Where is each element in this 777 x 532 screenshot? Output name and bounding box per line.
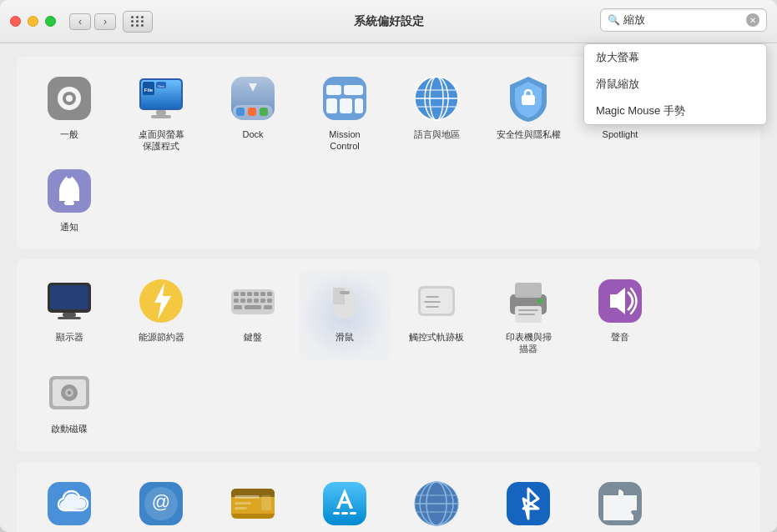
pref-energy[interactable]: 能源節約器 <box>115 269 207 362</box>
svg-rect-67 <box>421 289 452 314</box>
pref-general[interactable]: 一般 <box>23 67 115 159</box>
pref-extensions[interactable]: 延伸功能 <box>574 472 666 532</box>
pref-desktop[interactable]: File New 桌面與螢幕保護程式 <box>115 67 207 159</box>
svg-rect-91 <box>235 495 260 499</box>
svg-rect-50 <box>260 292 265 296</box>
startup-label: 啟動磁碟 <box>51 423 88 434</box>
svg-rect-52 <box>234 299 239 303</box>
svg-rect-97 <box>341 512 348 514</box>
mouse-icon <box>320 276 370 326</box>
mouse-label: 滑鼠 <box>336 331 354 343</box>
desktop-icon: File New <box>136 73 186 123</box>
window-title: 系統偏好設定 <box>354 14 424 29</box>
printer-icon <box>503 276 553 326</box>
pref-language[interactable]: 語言與地區 <box>391 67 482 159</box>
pref-icloud[interactable]: iCloud <box>23 472 115 532</box>
pref-internet[interactable]: @ Internet帳號 <box>115 472 207 532</box>
svg-point-3 <box>66 95 73 102</box>
close-button[interactable] <box>10 16 21 27</box>
traffic-lights <box>10 16 56 27</box>
svg-rect-92 <box>235 502 251 504</box>
spotlight-label: Spotlight <box>603 128 638 140</box>
svg-rect-15 <box>236 108 245 116</box>
dropdown-item-zoom-screen[interactable]: 放大螢幕 <box>584 44 766 71</box>
pref-trackpad[interactable]: 觸控式軌跡板 <box>391 269 482 362</box>
svg-rect-94 <box>261 495 271 510</box>
keyboard-icon <box>228 276 278 326</box>
extensions-icon <box>595 479 645 529</box>
pref-appstore[interactable]: App Store <box>299 472 391 532</box>
keyboard-label: 鍵盤 <box>244 331 262 343</box>
displays-label: 顯示器 <box>56 331 83 343</box>
svg-rect-48 <box>247 292 252 296</box>
section-2: 顯示器 能源節約器 <box>17 259 760 452</box>
mission-control-icon <box>320 73 370 123</box>
pref-notifications[interactable]: 通知 <box>23 159 115 239</box>
general-label: 一般 <box>60 128 78 140</box>
pref-wallet[interactable]: Wallet 與Apple Pay <box>207 472 299 532</box>
svg-rect-93 <box>235 507 247 509</box>
svg-rect-75 <box>518 314 535 315</box>
pref-dock[interactable]: Dock <box>207 67 299 159</box>
maximize-button[interactable] <box>45 16 56 27</box>
general-icon <box>44 73 94 123</box>
pref-displays[interactable]: 顯示器 <box>23 269 115 362</box>
svg-rect-19 <box>326 85 341 95</box>
search-box[interactable]: 🔍 縮放 ✕ <box>600 8 767 32</box>
minimize-button[interactable] <box>28 16 38 27</box>
pref-network[interactable]: 網路 <box>391 472 482 532</box>
notifications-icon <box>44 166 94 216</box>
dropdown-item-magic-mouse[interactable]: Magic Mouse 手勢 <box>584 98 766 124</box>
back-button[interactable]: ‹ <box>69 13 91 30</box>
svg-rect-21 <box>326 98 337 113</box>
svg-rect-12 <box>151 115 171 118</box>
svg-rect-57 <box>267 299 272 303</box>
pref-startup[interactable]: 啟動磁碟 <box>23 361 115 441</box>
energy-icon <box>136 276 186 326</box>
forward-icon: › <box>103 16 107 28</box>
search-container: 🔍 縮放 ✕ <box>600 8 767 32</box>
search-dropdown: 放大螢幕 滑鼠縮放 Magic Mouse 手勢 <box>583 43 767 125</box>
svg-rect-47 <box>240 292 245 296</box>
svg-rect-96 <box>333 512 340 514</box>
svg-rect-31 <box>522 95 535 105</box>
wallet-icon <box>228 479 278 529</box>
svg-rect-63 <box>333 288 344 304</box>
svg-rect-23 <box>355 98 363 113</box>
svg-rect-17 <box>260 108 268 116</box>
svg-rect-16 <box>248 108 256 116</box>
svg-rect-58 <box>234 305 242 309</box>
svg-rect-51 <box>267 292 272 296</box>
svg-rect-53 <box>240 299 245 303</box>
svg-rect-42 <box>63 313 76 317</box>
pref-bluetooth[interactable]: 藍牙 <box>482 472 574 532</box>
section-3: iCloud @ Internet帳號 <box>17 462 760 532</box>
dock-label: Dock <box>242 128 263 140</box>
pref-keyboard[interactable]: 鍵盤 <box>207 269 299 362</box>
svg-text:@: @ <box>152 491 170 512</box>
svg-rect-43 <box>58 317 81 319</box>
svg-rect-74 <box>518 309 538 311</box>
search-input[interactable]: 縮放 <box>623 13 746 28</box>
pref-security[interactable]: 安全性與隱私權 <box>482 67 574 159</box>
appstore-icon <box>320 479 370 529</box>
grid-view-button[interactable] <box>123 11 153 33</box>
security-label: 安全性與隱私權 <box>497 128 561 140</box>
pref-printer[interactable]: 印表機與掃描器 <box>482 269 574 362</box>
svg-rect-22 <box>340 98 352 113</box>
svg-text:File: File <box>144 88 154 93</box>
back-icon: ‹ <box>78 16 82 28</box>
svg-rect-49 <box>254 292 259 296</box>
internet-icon: @ <box>136 479 186 529</box>
svg-rect-55 <box>254 299 259 303</box>
pref-mouse[interactable]: 滑鼠 <box>299 269 391 362</box>
svg-rect-54 <box>247 299 252 303</box>
search-clear-button[interactable]: ✕ <box>746 13 759 27</box>
dropdown-item-scroll-zoom[interactable]: 滑鼠縮放 <box>584 71 766 98</box>
main-window: ‹ › 系統偏好設定 🔍 縮放 ✕ 放大螢幕 滑鼠縮放 Magic Mouse <box>0 0 777 532</box>
forward-button[interactable]: › <box>94 13 116 30</box>
pref-sound[interactable]: 聲音 <box>574 269 666 362</box>
svg-rect-56 <box>260 299 265 303</box>
svg-rect-98 <box>350 512 356 514</box>
pref-mission-control[interactable]: MissionControl <box>299 67 391 159</box>
